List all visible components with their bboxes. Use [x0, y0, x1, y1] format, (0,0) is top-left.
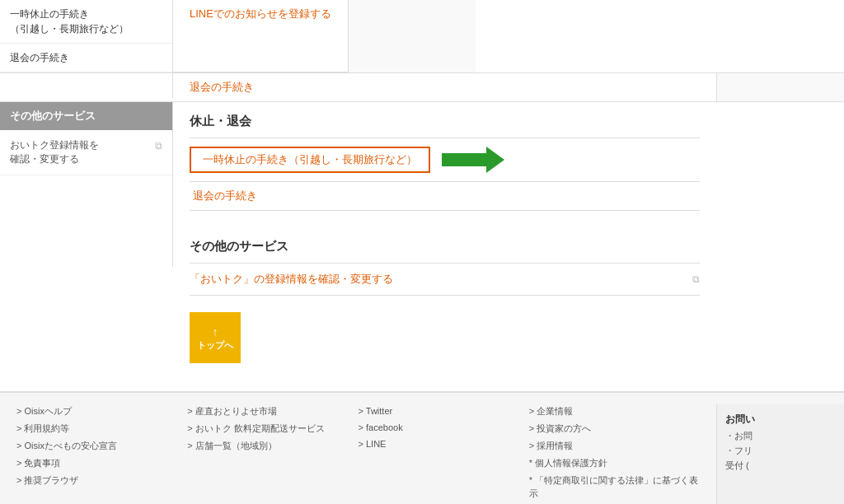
- footer-link-facebook[interactable]: facebook: [359, 422, 403, 432]
- footer-link-tokusho[interactable]: 「特定商取引に関する法律」に基づく表示: [529, 475, 698, 498]
- footer-item: 免責事項: [16, 456, 187, 469]
- section-kyuushi: 休止・退会 一時休止の手続き（引越し・長期旅行など） 退会の手続き: [173, 102, 716, 211]
- footer-item: 投資家の方へ: [529, 422, 700, 435]
- external-icon: ⧉: [155, 140, 162, 152]
- back-to-top-area: ↑ トップへ: [173, 296, 716, 363]
- footer-link-twitter[interactable]: Twitter: [359, 406, 393, 416]
- footer-link-store-list[interactable]: 店舗一覧（地域別）: [187, 441, 276, 450]
- footer-item: 産直おとりよせ市場: [187, 404, 358, 418]
- green-arrow-icon: [442, 147, 508, 173]
- footer-link-disclaimer[interactable]: 免責事項: [16, 458, 60, 468]
- withdrawal-link-main[interactable]: 退会の手続き: [190, 189, 257, 202]
- sidebar-withdrawal: 退会の手続き: [0, 44, 172, 72]
- footer-item: おいトク 飲料定期配送サービス: [187, 422, 358, 435]
- withdrawal-row: 退会の手続き: [0, 73, 844, 102]
- footer-link-privacy[interactable]: 個人情報保護方針: [529, 458, 607, 468]
- line-register-link[interactable]: LINEでのお知らせを登録する: [190, 7, 331, 20]
- back-to-top-button[interactable]: ↑ トップへ: [190, 312, 241, 363]
- section-kyuushi-title: 休止・退会: [190, 102, 700, 138]
- right-top-col: [348, 0, 476, 72]
- section-other-title: その他のサービス: [190, 227, 700, 263]
- highlighted-temp-stop-row: 一時休止の手続き（引越し・長期旅行など）: [190, 138, 700, 182]
- footer-links: Oisixヘルプ 利用規約等 Oisixたべもの安心宣言 免責事項 推奨ブラウザ…: [0, 404, 716, 504]
- footer-link-line[interactable]: LINE: [359, 439, 387, 449]
- footer-item: 推奨ブラウザ: [16, 474, 187, 487]
- scroll-area: 一時休止の手続き （引越し・長期旅行など） 退会の手続き LINEでのお知らせを…: [0, 0, 844, 391]
- footer-right-panel: お問い ・お問 ・フリ 受付 (: [716, 404, 844, 504]
- footer-item: LINE: [359, 437, 529, 450]
- footer-col-4: 企業情報 投資家の方へ 採用情報 個人情報保護方針 「特定商取引に関する法律」に…: [529, 404, 700, 504]
- withdrawal-link-row: 退会の手続き: [190, 182, 700, 211]
- left-content-sidebar: その他のサービス おいトク登録情報を 確認・変更する ⧉: [0, 102, 173, 267]
- withdrawal-link-top[interactable]: 退会の手続き: [190, 81, 254, 93]
- footer-item: Oisixヘルプ: [16, 404, 187, 418]
- footer-col-2: 産直おとりよせ市場 おいトク 飲料定期配送サービス 店舗一覧（地域別）: [187, 404, 358, 504]
- spacer-1: [173, 211, 716, 227]
- footer-item: 企業情報: [529, 404, 700, 418]
- oitoku-service-link[interactable]: 「おいトク」の登録情報を確認・変更する: [190, 272, 393, 287]
- footer-item: 店舗一覧（地域別）: [187, 439, 358, 452]
- footer-item: 個人情報保護方針: [529, 456, 700, 469]
- sidebar-oitoku-item[interactable]: おいトク登録情報を 確認・変更する ⧉: [0, 130, 172, 175]
- main-top: LINEでのお知らせを登録する: [173, 0, 348, 72]
- section-other: その他のサービス 「おいトク」の登録情報を確認・変更する ⧉: [173, 227, 716, 296]
- footer-col-3: Twitter facebook LINE: [359, 404, 529, 504]
- footer-link-oisix-help[interactable]: Oisixヘルプ: [16, 406, 72, 416]
- page-wrapper: 一時休止の手続き （引越し・長期旅行など） 退会の手続き LINEでのお知らせを…: [0, 0, 844, 504]
- top-strip: 一時休止の手続き （引越し・長期旅行など） 退会の手続き LINEでのお知らせを…: [0, 0, 844, 73]
- main-content-area: 休止・退会 一時休止の手続き（引越し・長期旅行など） 退会の手続き: [173, 102, 716, 363]
- footer-item: Twitter: [359, 404, 529, 417]
- sidebar-temp-stop: 一時休止の手続き （引越し・長期旅行など）: [0, 0, 172, 44]
- footer-item: Oisixたべもの安心宣言: [16, 439, 187, 452]
- footer-item: 「特定商取引に関する法律」に基づく表示: [529, 474, 700, 500]
- footer-col-1: Oisixヘルプ 利用規約等 Oisixたべもの安心宣言 免責事項 推奨ブラウザ: [16, 404, 187, 504]
- footer-link-investor[interactable]: 投資家の方へ: [529, 423, 591, 433]
- footer-right-item-2: ・フリ: [725, 445, 836, 457]
- footer-link-oitoku-delivery[interactable]: おいトク 飲料定期配送サービス: [187, 423, 325, 433]
- back-to-top-label: トップへ: [197, 339, 233, 351]
- footer-link-safety[interactable]: Oisixたべもの安心宣言: [16, 441, 117, 450]
- withdrawal-main: 退会の手続き: [173, 73, 716, 101]
- temp-stop-boxed-link[interactable]: 一時休止の手続き（引越し・長期旅行など）: [190, 147, 430, 173]
- footer-item: 利用規約等: [16, 422, 187, 435]
- left-sidebar-empty: [0, 73, 173, 98]
- footer: Oisixヘルプ 利用規約等 Oisixたべもの安心宣言 免責事項 推奨ブラウザ…: [0, 391, 844, 504]
- footer-right-item-1: ・お問: [725, 430, 836, 442]
- footer-right-item-3: 受付 (: [725, 460, 836, 472]
- footer-link-sanchoku[interactable]: 産直おとりよせ市場: [187, 406, 276, 416]
- footer-link-recruit[interactable]: 採用情報: [529, 441, 573, 450]
- footer-item: facebook: [359, 421, 529, 433]
- left-sidebar: 一時休止の手続き （引越し・長期旅行など） 退会の手続き: [0, 0, 173, 72]
- up-arrow-icon: ↑: [213, 324, 218, 339]
- sidebar-gray-header: その他のサービス: [0, 102, 172, 130]
- footer-right-title: お問い: [725, 413, 836, 427]
- footer-link-company[interactable]: 企業情報: [529, 406, 573, 416]
- oitoku-ext-icon: ⧉: [692, 273, 700, 285]
- footer-link-browser[interactable]: 推奨ブラウザ: [16, 475, 78, 485]
- service-oitoku-row: 「おいトク」の登録情報を確認・変更する ⧉: [190, 264, 700, 296]
- content-strip: その他のサービス おいトク登録情報を 確認・変更する ⧉ 休止・退会: [0, 102, 844, 363]
- footer-link-terms[interactable]: 利用規約等: [16, 423, 69, 433]
- right-withdrawal-col: [716, 73, 844, 101]
- footer-item: 採用情報: [529, 439, 700, 452]
